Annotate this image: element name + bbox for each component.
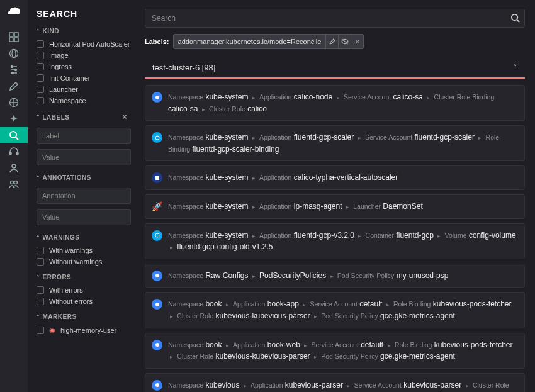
- resource-icon: [152, 380, 162, 391]
- resource-icon: [152, 132, 162, 143]
- svg-point-13: [12, 164, 16, 168]
- result-card[interactable]: Namespace kube-system ▸ Application cali…: [145, 85, 525, 121]
- svg-point-6: [11, 66, 13, 68]
- svg-point-18: [155, 136, 159, 140]
- svg-point-15: [14, 181, 18, 184]
- kind-item[interactable]: Init Container: [37, 72, 131, 84]
- result-card[interactable]: Namespace kube-system ▸ Application cali…: [145, 165, 525, 190]
- filter-without-errors[interactable]: Without errors: [37, 296, 135, 307]
- section-errors[interactable]: ˄ERRORS: [37, 274, 135, 281]
- section-kind[interactable]: ˄KIND: [37, 28, 135, 35]
- resource-icon: [152, 271, 162, 281]
- resource-icon: [152, 92, 162, 103]
- section-annotations[interactable]: ˄ANNOTATIONS: [37, 174, 135, 181]
- filter-with-warnings[interactable]: With warnings: [37, 245, 135, 256]
- chip-edit-icon[interactable]: [325, 35, 338, 48]
- search-icon[interactable]: [510, 13, 520, 25]
- kind-item[interactable]: Image: [37, 50, 131, 61]
- resource-icon: [152, 172, 162, 183]
- result-card[interactable]: Namespace kube-system ▸ Application flue…: [145, 125, 525, 161]
- nav-pencil[interactable]: [0, 78, 28, 94]
- labels-caption: Labels:: [145, 38, 169, 45]
- filter-without-warnings[interactable]: Without warnings: [37, 256, 135, 267]
- svg-point-16: [512, 14, 517, 20]
- resource-icon: [152, 340, 162, 350]
- svg-rect-19: [155, 176, 159, 180]
- annotation-input[interactable]: [37, 188, 131, 204]
- svg-rect-0: [9, 33, 13, 36]
- svg-point-7: [15, 69, 17, 71]
- svg-rect-11: [9, 152, 11, 155]
- svg-rect-1: [14, 33, 18, 36]
- cluster-header[interactable]: test-cluster-6 [98] ˄: [145, 58, 525, 79]
- search-input[interactable]: [145, 9, 525, 28]
- nav-sliders[interactable]: [0, 62, 28, 78]
- result-card[interactable]: Namespace book ▸ Application book-app ▸ …: [145, 292, 525, 328]
- result-card[interactable]: Namespace Raw Configs ▸ PodSecurityPolic…: [145, 264, 525, 288]
- chevron-up-icon: ˄: [513, 63, 517, 72]
- label-input[interactable]: [37, 128, 131, 144]
- svg-rect-3: [14, 38, 18, 42]
- marker-icon: ◉: [49, 326, 57, 334]
- result-card[interactable]: 🚀Namespace kube-system ▸ Application ip-…: [145, 194, 525, 219]
- section-markers[interactable]: ˄MARKERS: [37, 313, 135, 320]
- logo-icon: [6, 5, 21, 18]
- section-labels[interactable]: ˄LABELS×: [37, 113, 135, 121]
- rocket-icon: 🚀: [152, 201, 162, 212]
- svg-point-17: [155, 96, 159, 99]
- nav-headset[interactable]: [0, 143, 28, 160]
- label-value-input[interactable]: [37, 149, 131, 165]
- svg-point-4: [10, 50, 18, 58]
- svg-point-24: [155, 383, 159, 387]
- nav-sparkle[interactable]: [0, 111, 28, 127]
- svg-point-10: [10, 132, 16, 138]
- result-card[interactable]: Namespace book ▸ Application book-web ▸ …: [145, 333, 525, 369]
- kind-item[interactable]: Launcher: [37, 84, 131, 95]
- svg-rect-12: [16, 152, 18, 155]
- filter-with-errors[interactable]: With errors: [37, 284, 135, 296]
- svg-point-21: [155, 274, 159, 277]
- svg-point-22: [155, 303, 159, 306]
- svg-rect-2: [9, 38, 13, 42]
- chip-remove-icon[interactable]: ×: [351, 35, 363, 48]
- kind-item[interactable]: Namespace: [37, 95, 131, 106]
- svg-point-23: [155, 343, 159, 347]
- resource-icon: [152, 230, 162, 241]
- chip-hide-icon[interactable]: [338, 35, 351, 48]
- page-title: SEARCH: [37, 9, 135, 19]
- svg-point-14: [11, 181, 14, 184]
- section-warnings[interactable]: ˄WARNINGS: [37, 234, 135, 241]
- resource-icon: [152, 299, 162, 310]
- svg-point-20: [155, 233, 159, 237]
- kind-item[interactable]: Horizontal Pod AutoScaler: [37, 38, 131, 50]
- nav-search[interactable]: [0, 127, 28, 143]
- kind-item[interactable]: Ingress: [37, 61, 131, 72]
- nav-world[interactable]: [0, 94, 28, 111]
- nav-globe[interactable]: [0, 45, 28, 62]
- clear-labels-icon[interactable]: ×: [122, 113, 127, 121]
- marker-high-memory[interactable]: ◉high-memory-user: [37, 324, 135, 336]
- result-card[interactable]: Namespace kube-system ▸ Application flue…: [145, 223, 525, 259]
- svg-point-5: [12, 50, 16, 58]
- annotation-value-input[interactable]: [37, 209, 131, 225]
- svg-point-8: [12, 72, 14, 74]
- result-card[interactable]: Namespace kubevious ▸ Application kubevi…: [145, 373, 525, 392]
- nav-users[interactable]: [0, 176, 28, 193]
- nav-user[interactable]: [0, 160, 28, 176]
- nav-dashboard[interactable]: [0, 29, 28, 45]
- label-chip: addonmanager.kubernetes.io/mode=Reconcil…: [173, 34, 364, 49]
